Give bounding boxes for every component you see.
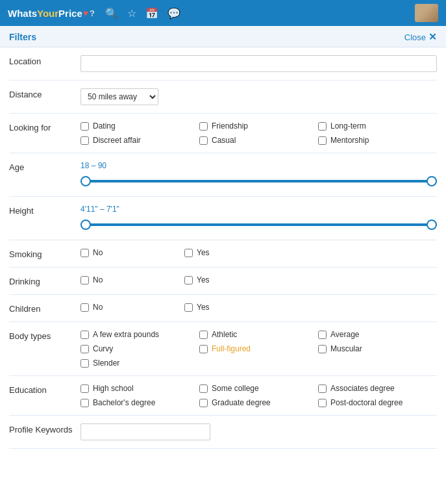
- chat-icon[interactable]: 💬: [167, 7, 180, 19]
- education-control: High school Some college Associates degr…: [81, 384, 437, 407]
- edu-postdoctoral[interactable]: Post-doctoral degree: [318, 398, 437, 407]
- checkbox-few-extra[interactable]: [81, 331, 89, 339]
- looking-for-casual[interactable]: Casual: [199, 136, 318, 145]
- star-icon[interactable]: ☆: [127, 7, 136, 19]
- checkbox-smoking-no[interactable]: [81, 249, 89, 257]
- edu-graduate[interactable]: Graduate degree: [199, 398, 318, 407]
- brand-your: Your: [37, 8, 58, 19]
- height-label: Height: [9, 205, 81, 216]
- checkbox-smoking-yes[interactable]: [184, 249, 193, 257]
- age-range-label: 18 – 90: [81, 161, 437, 170]
- checkbox-mentorship[interactable]: [318, 136, 327, 145]
- age-track: [81, 180, 437, 183]
- body-slender[interactable]: Slender: [81, 359, 199, 368]
- checkbox-somecollege[interactable]: [199, 384, 208, 393]
- checkbox-children-no[interactable]: [81, 303, 89, 312]
- checkbox-average[interactable]: [318, 331, 327, 339]
- heart-icon: ♥: [83, 8, 88, 18]
- checkbox-discreet[interactable]: [81, 136, 89, 145]
- body-muscular[interactable]: Muscular: [318, 344, 437, 353]
- edu-associates[interactable]: Associates degree: [318, 384, 437, 393]
- height-control: 4'11" – 7'1": [81, 205, 437, 232]
- body-types-control: A few extra pounds Athletic Average Curv…: [81, 330, 437, 368]
- search-icon[interactable]: 🔍: [105, 7, 118, 19]
- height-range-label: 4'11" – 7'1": [81, 205, 437, 214]
- distance-row: Distance 10 miles away 25 miles away 50 …: [9, 81, 437, 114]
- checkbox-drinking-no[interactable]: [81, 276, 89, 284]
- smoking-no[interactable]: No: [81, 248, 184, 257]
- keywords-input[interactable]: [81, 423, 210, 440]
- children-label: Children: [9, 303, 81, 314]
- drinking-control: No Yes: [81, 275, 437, 284]
- filter-content: Location Distance 10 miles away 25 miles…: [0, 47, 446, 449]
- avatar: [415, 4, 438, 22]
- checkbox-longterm[interactable]: [318, 122, 327, 131]
- distance-control: 10 miles away 25 miles away 50 miles awa…: [81, 88, 437, 105]
- checkbox-athletic[interactable]: [199, 331, 208, 339]
- edu-somecollege[interactable]: Some college: [199, 384, 318, 393]
- checkbox-highschool[interactable]: [81, 384, 89, 393]
- checkbox-dating[interactable]: [81, 122, 89, 131]
- children-no[interactable]: No: [81, 303, 184, 312]
- location-label: Location: [9, 55, 81, 66]
- checkbox-muscular[interactable]: [318, 345, 327, 353]
- looking-for-discreet[interactable]: Discreet affair: [81, 136, 199, 145]
- height-slider-wrapper: [81, 218, 437, 232]
- age-slider-wrapper: [81, 174, 437, 188]
- drinking-yes[interactable]: Yes: [184, 275, 288, 284]
- keywords-control: [81, 423, 437, 440]
- question-icon: ?: [90, 8, 95, 18]
- nav-icons: 🔍 ☆ 📅 💬: [105, 7, 180, 19]
- distance-select[interactable]: 10 miles away 25 miles away 50 miles awa…: [81, 88, 158, 105]
- edu-highschool[interactable]: High school: [81, 384, 199, 393]
- edu-bachelors[interactable]: Bachelor's degree: [81, 398, 199, 407]
- checkbox-slender[interactable]: [81, 359, 89, 368]
- filters-title: Filters: [9, 32, 36, 42]
- looking-for-dating[interactable]: Dating: [81, 121, 199, 131]
- height-row: Height 4'11" – 7'1": [9, 197, 437, 240]
- body-average[interactable]: Average: [318, 330, 437, 339]
- looking-for-mentorship[interactable]: Mentorship: [318, 136, 437, 145]
- calendar-icon[interactable]: 📅: [145, 7, 158, 19]
- checkbox-graduate[interactable]: [199, 399, 208, 407]
- smoking-label: Smoking: [9, 248, 81, 259]
- education-label: Education: [9, 384, 81, 395]
- checkbox-drinking-yes[interactable]: [184, 276, 193, 284]
- brand-whats: Whats: [8, 8, 37, 19]
- checkbox-bachelors[interactable]: [81, 399, 89, 407]
- body-few-extra[interactable]: A few extra pounds: [81, 330, 199, 339]
- drinking-no[interactable]: No: [81, 275, 184, 284]
- body-types-row: Body types A few extra pounds Athletic A…: [9, 322, 437, 376]
- smoking-yes[interactable]: Yes: [184, 248, 288, 257]
- children-row: Children No Yes: [9, 295, 437, 322]
- age-label: Age: [9, 161, 81, 172]
- body-curvy[interactable]: Curvy: [81, 344, 199, 353]
- top-nav: WhatsYourPrice♥? 🔍 ☆ 📅 💬: [0, 0, 446, 26]
- checkbox-associates[interactable]: [318, 384, 327, 393]
- close-button[interactable]: Close ✕: [404, 31, 437, 43]
- location-control: [81, 55, 437, 72]
- keywords-row: Profile Keywords: [9, 416, 437, 449]
- children-yes[interactable]: Yes: [184, 303, 288, 312]
- location-row: Location: [9, 47, 437, 81]
- checkbox-children-yes[interactable]: [184, 303, 193, 312]
- age-control: 18 – 90: [81, 161, 437, 188]
- body-types-label: Body types: [9, 330, 81, 341]
- close-icon: ✕: [428, 31, 437, 43]
- looking-for-friendship[interactable]: Friendship: [199, 121, 318, 131]
- location-input[interactable]: [81, 55, 437, 72]
- checkbox-curvy[interactable]: [81, 345, 89, 353]
- looking-for-longterm[interactable]: Long-term: [318, 121, 437, 131]
- avatar-area[interactable]: [415, 4, 438, 22]
- brand-logo[interactable]: WhatsYourPrice♥?: [8, 8, 95, 19]
- looking-for-grid: Dating Friendship Long-term Discreet aff…: [81, 121, 437, 145]
- drinking-row: Drinking No Yes: [9, 268, 437, 295]
- checkbox-full-figured[interactable]: [199, 345, 208, 353]
- body-full-figured[interactable]: Full-figured: [199, 344, 318, 353]
- education-row: Education High school Some college Assoc…: [9, 376, 437, 416]
- body-athletic[interactable]: Athletic: [199, 330, 318, 339]
- keywords-label: Profile Keywords: [9, 423, 81, 435]
- checkbox-casual[interactable]: [199, 136, 208, 145]
- checkbox-friendship[interactable]: [199, 122, 208, 131]
- checkbox-postdoctoral[interactable]: [318, 399, 327, 407]
